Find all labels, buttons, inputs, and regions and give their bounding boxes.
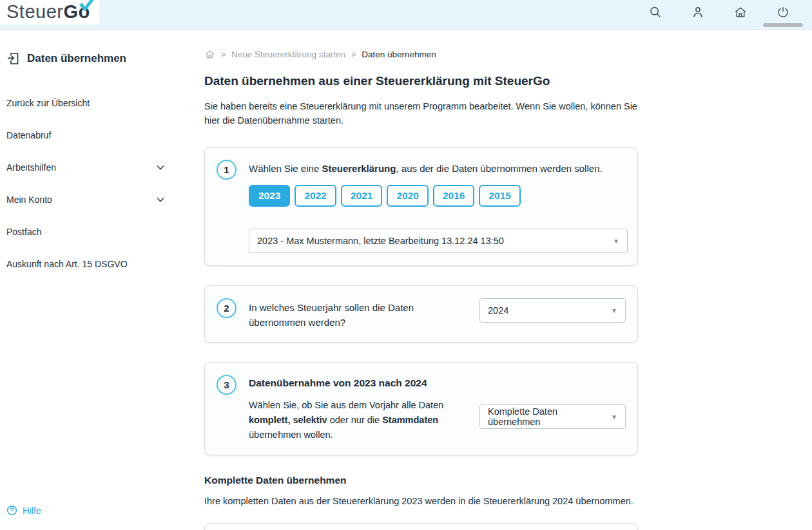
- step1-instruction: Wählen Sie eine Steuererklärung, aus der…: [249, 163, 628, 174]
- step4-card: 4 Datenübernahme starten: [204, 523, 638, 530]
- logo-check-icon: [79, 0, 95, 11]
- header-icon-bar: [648, 0, 812, 30]
- step3-number-badge: 3: [217, 375, 237, 395]
- year-button-2015[interactable]: 2015: [479, 185, 520, 207]
- step2-card: 2 In welches Steuerjahr sollen die Daten…: [204, 285, 638, 343]
- breadcrumb-separator: >: [221, 50, 226, 59]
- home-icon[interactable]: [733, 5, 748, 19]
- power-icon[interactable]: [776, 5, 790, 19]
- sidebar-item-label: Auskunft nach Art. 15 DSGVO: [6, 259, 128, 269]
- sidebar-title-label: Daten übernehmen: [27, 52, 126, 65]
- help-icon: [6, 505, 17, 516]
- sidebar-title: Daten übernehmen: [6, 52, 183, 66]
- sidebar-item-label: Zurück zur Übersicht: [6, 98, 90, 108]
- intro-text: Sie haben bereits eine Steuererklärung m…: [204, 99, 637, 128]
- breadcrumb-separator: >: [351, 50, 356, 59]
- breadcrumb-parent[interactable]: Neue Steuererklärung starten: [231, 50, 345, 59]
- sidebar-item-arbeitshilfen[interactable]: Arbeitshilfen: [6, 156, 183, 179]
- help-label: Hilfe: [23, 506, 41, 516]
- step2-number-badge: 2: [217, 298, 237, 318]
- step3-description: Wählen Sie, ob Sie aus dem Vorjahr alle …: [249, 398, 452, 442]
- caret-down-icon: ▼: [613, 238, 619, 245]
- year-button-2022[interactable]: 2022: [295, 185, 336, 207]
- caret-down-icon: ▼: [611, 307, 617, 314]
- main-content: > Neue Steuererklärung starten > Daten ü…: [193, 30, 812, 530]
- top-header: SteuerGo: [0, 0, 812, 30]
- import-document-icon: [6, 52, 21, 66]
- tax-return-select[interactable]: 2023 - Max Mustermann, letzte Bearbeitun…: [249, 229, 628, 253]
- step3-heading: Datenübernahme von 2023 nach 2024: [249, 377, 452, 389]
- logo-text-light: Steuer: [6, 1, 63, 22]
- sidebar-item-postfach[interactable]: Postfach: [6, 220, 183, 243]
- target-year-select[interactable]: 2024 ▼: [479, 298, 626, 323]
- home-icon[interactable]: [204, 49, 215, 60]
- steuergo-logo: SteuerGo: [6, 1, 90, 23]
- target-year-select-value: 2024: [488, 305, 508, 316]
- user-icon[interactable]: [691, 5, 705, 19]
- help-link[interactable]: Hilfe: [6, 505, 41, 516]
- sidebar-item-zurueck-zur-uebersicht[interactable]: Zurück zur Übersicht: [6, 91, 183, 115]
- year-button-2023[interactable]: 2023: [249, 185, 290, 207]
- year-button-2021[interactable]: 2021: [341, 185, 382, 207]
- step2-question: In welches Steuerjahr sollen die Daten ü…: [249, 300, 461, 330]
- sidebar-item-mein-konto[interactable]: Mein Konto: [6, 188, 183, 211]
- chevron-down-icon: [156, 195, 165, 204]
- sidebar-item-label: Datenabruf: [6, 130, 51, 140]
- section-description: Ihre kompletten Daten aus der Steuererkl…: [204, 496, 812, 506]
- transfer-mode-select[interactable]: Komplette Daten übernehmen ▼: [479, 404, 626, 429]
- sidebar-item-label: Mein Konto: [6, 194, 52, 205]
- step3-card: 3 Datenübernahme von 2023 nach 2024 Wähl…: [204, 362, 638, 455]
- breadcrumb-current: Daten übernehmen: [362, 50, 436, 59]
- sidebar-item-auskunft-dsgvo[interactable]: Auskunft nach Art. 15 DSGVO: [6, 252, 183, 276]
- sidebar: Daten übernehmen Zurück zur Übersicht Da…: [0, 30, 193, 530]
- year-button-2020[interactable]: 2020: [387, 185, 428, 207]
- year-button-2016[interactable]: 2016: [433, 185, 474, 207]
- year-button-row: 2023 2022 2021 2020 2016 2015: [249, 185, 628, 207]
- breadcrumb: > Neue Steuererklärung starten > Daten ü…: [204, 49, 812, 60]
- sidebar-item-label: Postfach: [6, 227, 41, 237]
- search-icon[interactable]: [648, 5, 662, 19]
- caret-down-icon: ▼: [611, 413, 617, 421]
- logo-text-bold: Go: [63, 1, 90, 22]
- sidebar-item-label: Arbeitshilfen: [6, 162, 56, 173]
- power-active-indicator: [763, 23, 803, 27]
- step1-number-badge: 1: [217, 160, 237, 180]
- logo[interactable]: SteuerGo: [0, 0, 99, 24]
- page-title: Daten übernehmen aus einer Steuererkläru…: [204, 74, 812, 88]
- section-heading: Komplette Daten übernehmen: [204, 475, 812, 486]
- tax-return-select-value: 2023 - Max Mustermann, letzte Bearbeitun…: [257, 236, 504, 246]
- chevron-down-icon: [156, 163, 165, 172]
- sidebar-item-datenabruf[interactable]: Datenabruf: [6, 124, 183, 147]
- step1-card: 1 Wählen Sie eine Steuererklärung, aus d…: [204, 147, 638, 266]
- transfer-mode-select-value: Komplette Daten übernehmen: [488, 406, 604, 427]
